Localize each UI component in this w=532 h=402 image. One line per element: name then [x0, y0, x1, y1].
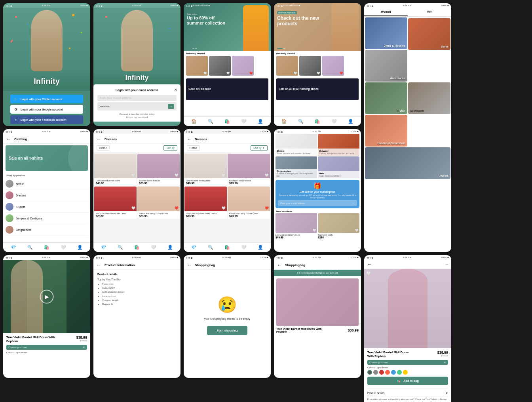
product-thumb-6[interactable]: ❤️ — [322, 56, 344, 76]
nav-bag-icon-3[interactable]: 🛍️ — [44, 245, 49, 250]
nav-search-icon[interactable]: 🔍 — [208, 119, 213, 124]
category-sportswear[interactable]: Sportswear — [408, 82, 450, 114]
password-input[interactable]: •••••••••• → — [97, 102, 177, 111]
cat-longsleeves[interactable]: Longsleeves — [6, 224, 88, 236]
product-card-7[interactable]: 🤍 Vila Cold Shoulder Ruffle Dress $23.99 — [184, 187, 227, 219]
product-card-4[interactable]: ❤️ PrettyLittleThing T-Shirt Dress $23.9… — [137, 187, 180, 219]
sort-btn-2[interactable]: Sort by ▼ — [251, 145, 268, 151]
color-swatch-2[interactable] — [373, 370, 378, 375]
cat-new-in[interactable]: New in — [6, 178, 88, 190]
nav-heart-icon-2[interactable]: 🤍 — [331, 119, 337, 124]
nav-search-icon-3[interactable]: 🔍 — [27, 245, 33, 250]
facebook-login-btn[interactable]: f Login with your Facebook account — [10, 115, 83, 124]
cat-accessories[interactable]: Accessories Summer is here get your cool… — [276, 156, 317, 178]
refine-btn-2[interactable]: Refine — [187, 145, 200, 151]
nav-diamond-icon-3[interactable]: 💎 — [191, 245, 197, 250]
nav-user-icon-4[interactable]: 👤 — [167, 245, 173, 250]
nav-bag-icon-4[interactable]: 🛍️ — [134, 245, 140, 250]
back-btn-2[interactable]: ← — [97, 136, 101, 142]
submit-arrow[interactable]: → — [168, 104, 174, 109]
back-btn[interactable]: ← — [6, 136, 11, 142]
other-options-btn[interactable]: Other options — [7, 126, 86, 126]
add-to-bag-btn[interactable]: 🛍️Add to bag — [367, 377, 448, 385]
cat-hats[interactable]: Hats Caps, beanies and more — [318, 156, 359, 178]
back-btn-3[interactable]: ← — [187, 136, 192, 142]
new-product-2[interactable]: 🤍 Fatima-in-Corfu $280 — [318, 213, 360, 239]
nav-heart-icon-4[interactable]: 🤍 — [151, 245, 156, 250]
tab-women[interactable]: Women — [364, 8, 408, 16]
nav-bag-icon-5[interactable]: 🛍️ — [224, 245, 230, 250]
nav-home-icon-2[interactable]: 🏠 — [281, 119, 287, 124]
cat-outwear[interactable]: Outwear Clothing from jackets to t-shirt… — [318, 134, 359, 156]
category-jackets[interactable]: Jackets — [365, 147, 450, 179]
nav-home-icon[interactable]: 🏠 — [191, 119, 197, 124]
color-swatch-3[interactable] — [379, 370, 384, 375]
nav-search-icon-5[interactable]: 🔍 — [208, 245, 213, 250]
size-selector-right[interactable]: Choose your size ▼ — [367, 360, 448, 365]
email-input[interactable]: Enter your e-mail address — [97, 95, 177, 101]
nav-diamond-icon-2[interactable]: 💎 — [101, 245, 106, 250]
nav-bag-icon[interactable]: 🛍️ — [224, 119, 230, 124]
product-card-5[interactable]: 🤍 Low waisted denim jeans $49.99 — [184, 154, 227, 186]
nav-diamond-icon[interactable]: 💎 — [11, 245, 16, 250]
nav-user-icon-5[interactable]: 👤 — [258, 245, 263, 250]
tab-men[interactable]: Men — [408, 8, 451, 16]
product-thumb-2[interactable]: 🤍 — [209, 56, 231, 76]
category-shoes[interactable]: Shoes — [408, 18, 450, 50]
refine-btn[interactable]: Refine — [97, 145, 110, 151]
screen-shoes-outwear: ●●● ▶ 8:38 AM 100% ■ ← Shoppingbag Fill … — [274, 255, 361, 378]
nav-search-icon-4[interactable]: 🔍 — [118, 245, 123, 250]
nav-user-icon-3[interactable]: 👤 — [77, 245, 83, 250]
nav-bag-icon-2[interactable]: 🛍️ — [315, 119, 320, 124]
category-tshirt[interactable]: T-Shirt — [365, 82, 407, 114]
product-thumb-3[interactable]: ❤️ — [232, 56, 254, 76]
product-card-8[interactable]: ❤️ PrettyLittleThing T-Shirt Dress $23.9… — [228, 187, 270, 219]
nav-heart-icon-3[interactable]: 🤍 — [61, 245, 66, 250]
color-swatch-7[interactable] — [403, 370, 408, 375]
product-card-1[interactable]: 🤍 Low waisted denim jeans $49.99 — [94, 154, 137, 186]
twitter-login-btn[interactable]: 🐦 Login with your Twitter account — [10, 95, 83, 103]
cat-shoes[interactable]: Shoes Shoes, runners and sneakers footwe… — [276, 134, 317, 156]
color-swatch-1[interactable] — [367, 370, 372, 375]
screen-dresses: ●●● ▶ 8:38 AM 100% ■ ← Dresses Refine So… — [93, 129, 180, 252]
modal-close-btn[interactable]: ✕ — [174, 88, 177, 92]
nav-heart-icon[interactable]: 🤍 — [241, 119, 247, 124]
section-product-details[interactable]: Product details ▼ — [367, 390, 448, 396]
back-btn-shoes[interactable]: ← — [277, 262, 282, 268]
bottom-nav-4: 💎 🔍 🛍️ 🤍 👤 — [93, 242, 180, 252]
nav-user-icon-2[interactable]: 👤 — [348, 119, 353, 124]
new-product-1[interactable]: 🤍 Low waisted denim jeans $49.99 — [276, 213, 317, 239]
color-swatch-6[interactable] — [397, 370, 402, 375]
product-thumb-5[interactable]: 🤍 — [299, 56, 321, 76]
sub-email-input[interactable]: Enter your e-mail address → — [278, 200, 357, 206]
color-swatch-5[interactable] — [391, 370, 396, 375]
size-selector[interactable]: Choose your size ▼ — [6, 345, 87, 350]
product-card-2[interactable]: 🤍 Boohoo Floral Plea'ed $23.99 — [137, 154, 180, 186]
back-btn-info[interactable]: ← — [97, 262, 101, 268]
cat-tshirts[interactable]: T-Shirts — [6, 201, 88, 213]
category-accessories[interactable]: Accessories — [365, 50, 407, 82]
nav-user-icon[interactable]: 👤 — [258, 119, 263, 124]
forgot-link[interactable]: Forgot my password — [97, 116, 177, 118]
color-swatch-4[interactable] — [385, 370, 390, 375]
cat-jumpers[interactable]: Jumpers & Cardigans — [6, 213, 88, 224]
product-thumb-1[interactable]: 🤍 — [186, 56, 208, 76]
play-btn[interactable]: ▶ — [40, 290, 54, 303]
cat-dresses[interactable]: Dresses — [6, 190, 88, 201]
product-card-6[interactable]: 🤍 Boohoo Floral Pleated $23.99 — [228, 154, 270, 186]
back-btn-detail[interactable]: ← — [367, 261, 372, 267]
category-jeans[interactable]: Jeans & Trousers — [365, 17, 407, 49]
nav-heart-icon-5[interactable]: 🤍 — [241, 245, 247, 250]
category-hoodies[interactable]: Hoodies & Sweatshirts — [365, 115, 407, 147]
google-login-btn[interactable]: G Login with your Google account — [10, 105, 83, 114]
shopping-bag-title: Shoppingbag — [195, 263, 215, 267]
sort-btn[interactable]: Sort by — [163, 145, 177, 151]
product-thumb-4[interactable]: 🤍 — [276, 56, 298, 76]
bottom-nav-5: 💎 🔍 🛍️ 🤍 👤 — [184, 242, 271, 252]
register-link[interactable]: Become a member register today — [97, 113, 177, 115]
back-btn-bag[interactable]: ← — [187, 262, 192, 268]
product-main-img — [276, 278, 359, 326]
nav-search-icon-2[interactable]: 🔍 — [298, 119, 304, 124]
product-card-3[interactable]: 🤍 Vila Cold Shoulder Ruffle Dress $23.99 — [94, 187, 137, 219]
start-shopping-btn[interactable]: Start shopping — [207, 326, 248, 335]
